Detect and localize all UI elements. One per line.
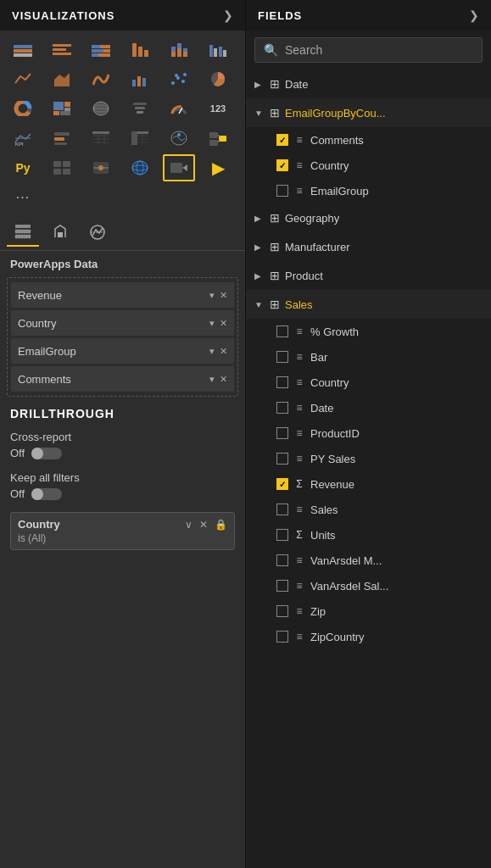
emailgroup-remove-icon[interactable]: ✕ xyxy=(220,346,227,357)
comments-field-item[interactable]: ≡ Comments xyxy=(246,127,491,153)
emailgroup-field-item[interactable]: ≡ EmailGroup xyxy=(246,178,491,203)
globe-icon[interactable] xyxy=(124,154,156,181)
country-dropdown-icon[interactable]: ▾ xyxy=(209,318,215,329)
sales-expand-arrow[interactable]: ▼ xyxy=(254,300,265,309)
fields-tab[interactable] xyxy=(7,220,39,247)
manufacturer-group-name: Manufacturer xyxy=(285,241,483,253)
pie-icon[interactable] xyxy=(202,65,234,92)
cross-report-toggle[interactable] xyxy=(31,448,62,459)
donut-icon[interactable] xyxy=(7,95,39,122)
py-sales-field-item[interactable]: ≡ PY Sales xyxy=(246,446,491,471)
sales-checkbox[interactable] xyxy=(276,504,288,515)
productid-checkbox[interactable] xyxy=(276,427,288,439)
date-group-row[interactable]: ▶ ⊞ Date xyxy=(246,70,491,98)
bar-field-item[interactable]: ≡ Bar xyxy=(246,344,491,370)
product-group-row[interactable]: ▶ ⊞ Product xyxy=(246,261,491,290)
card-icon[interactable]: 123 xyxy=(202,95,234,122)
units-checkbox[interactable] xyxy=(276,529,288,541)
funnel-icon[interactable] xyxy=(124,95,156,122)
custom1-icon[interactable] xyxy=(46,154,78,181)
azure-map-icon[interactable] xyxy=(163,125,195,152)
100pct-bar-icon[interactable] xyxy=(85,36,117,63)
gauge-icon[interactable] xyxy=(163,95,195,122)
ribbon-icon[interactable] xyxy=(85,65,117,92)
choropleth-map-icon[interactable] xyxy=(85,95,117,122)
date-expand-arrow[interactable]: ▶ xyxy=(254,80,265,89)
geography-group-row[interactable]: ▶ ⊞ Geography xyxy=(246,203,491,232)
table-viz-icon[interactable] xyxy=(85,125,117,152)
zip-checkbox[interactable] xyxy=(276,605,288,617)
dt-field-expand-icon[interactable]: ∨ xyxy=(185,519,192,531)
emailgroup-checkbox[interactable] xyxy=(276,185,288,197)
py-sales-checkbox[interactable] xyxy=(276,453,288,465)
revenue-remove-icon[interactable]: ✕ xyxy=(220,290,227,301)
area-icon[interactable] xyxy=(46,65,78,92)
revenue-checkbox[interactable] xyxy=(276,478,288,490)
format-tab[interactable] xyxy=(44,220,76,247)
comments-checkbox[interactable] xyxy=(276,134,288,146)
units-type-icon: Σ xyxy=(293,529,305,541)
zip-field-item[interactable]: ≡ Zip xyxy=(246,598,491,624)
vanarsdel-m-checkbox[interactable] xyxy=(276,554,288,566)
sales-field-item[interactable]: ≡ Sales xyxy=(246,497,491,522)
comments-dropdown-icon[interactable]: ▾ xyxy=(209,374,215,385)
scatter-icon[interactable] xyxy=(163,65,195,92)
matrix-icon[interactable] xyxy=(124,125,156,152)
search-box[interactable]: 🔍 Search xyxy=(254,37,483,63)
manufacturer-expand-arrow[interactable]: ▶ xyxy=(254,242,265,252)
play-button-icon[interactable]: ▶ xyxy=(202,154,234,181)
zipcountry-field-item[interactable]: ≡ ZipCountry xyxy=(246,624,491,649)
line-icon[interactable] xyxy=(7,65,39,92)
date-s-checkbox[interactable] xyxy=(276,402,288,414)
revenue-field-item[interactable]: Σ Revenue xyxy=(246,471,491,497)
manufacturer-group-row[interactable]: ▶ ⊞ Manufacturer xyxy=(246,232,491,261)
product-expand-arrow[interactable]: ▶ xyxy=(254,271,265,281)
comments-remove-icon[interactable]: ✕ xyxy=(220,374,227,385)
more-visualizations-icon[interactable]: ··· xyxy=(7,184,39,211)
custom2-icon[interactable] xyxy=(85,154,117,181)
py-icon[interactable]: Py xyxy=(7,154,39,181)
vanarsdel-sal-checkbox[interactable] xyxy=(276,580,288,592)
growth-field-item[interactable]: ≡ % Growth xyxy=(246,319,491,344)
bar-checkbox[interactable] xyxy=(276,351,288,363)
analytics-tab[interactable] xyxy=(81,220,114,247)
dt-field-sub: is (All) xyxy=(18,532,227,544)
country-s-checkbox[interactable] xyxy=(276,376,288,388)
powerapps-drop-zone[interactable]: Revenue ▾ ✕ Country ▾ ✕ EmailGroup ▾ ✕ xyxy=(7,277,238,397)
treemap-icon[interactable] xyxy=(46,95,78,122)
column-icon[interactable] xyxy=(124,36,156,63)
stacked-bar-icon[interactable] xyxy=(7,36,39,63)
clustered-bar-icon[interactable] xyxy=(46,36,78,63)
productid-field-item[interactable]: ≡ ProductID xyxy=(246,420,491,446)
linked-viz-icon[interactable] xyxy=(202,125,234,152)
emailgroupbycou-group-row[interactable]: ▼ ⊞ EmailGroupByCou... xyxy=(246,98,491,127)
country-eg-checkbox[interactable] xyxy=(276,159,288,171)
dt-field-lock-icon[interactable]: 🔒 xyxy=(215,519,227,531)
clustered-col-icon[interactable] xyxy=(202,36,234,63)
date-s-field-item[interactable]: ≡ Date xyxy=(246,395,491,420)
emailgroup-dropdown-icon[interactable]: ▾ xyxy=(209,346,215,357)
dt-field-remove-icon[interactable]: ✕ xyxy=(199,519,208,531)
units-field-item[interactable]: Σ Units xyxy=(246,522,491,548)
revenue-dropdown-icon[interactable]: ▾ xyxy=(209,290,215,301)
vanarsdel-m-field-item[interactable]: ≡ VanArsdel M... xyxy=(246,548,491,573)
emailgroupbycou-expand-arrow[interactable]: ▼ xyxy=(254,108,265,118)
country-remove-icon[interactable]: ✕ xyxy=(220,318,227,329)
keep-filters-toggle[interactable] xyxy=(31,488,62,500)
vanarsdel-sal-field-item[interactable]: ≡ VanArsdel Sal... xyxy=(246,573,491,598)
visualizations-expand-icon[interactable]: ❯ xyxy=(223,8,233,22)
geography-expand-arrow[interactable]: ▶ xyxy=(254,214,265,223)
slicer-icon[interactable] xyxy=(46,125,78,152)
zipcountry-checkbox[interactable] xyxy=(276,631,288,643)
country-eg-field-item[interactable]: ≡ Country xyxy=(246,153,491,178)
growth-checkbox[interactable] xyxy=(276,326,288,337)
kpi-icon[interactable]: KPI xyxy=(7,125,39,152)
fields-expand-icon[interactable]: ❯ xyxy=(469,8,479,22)
search-input[interactable]: Search xyxy=(285,43,473,57)
video-icon[interactable] xyxy=(163,154,195,181)
sales-group-row[interactable]: ▼ ⊞ Sales xyxy=(246,290,491,319)
country-s-field-item[interactable]: ≡ Country xyxy=(246,370,491,395)
svg-point-32 xyxy=(175,74,178,77)
stacked-col-icon[interactable] xyxy=(163,36,195,63)
waterfall-icon[interactable] xyxy=(124,65,156,92)
